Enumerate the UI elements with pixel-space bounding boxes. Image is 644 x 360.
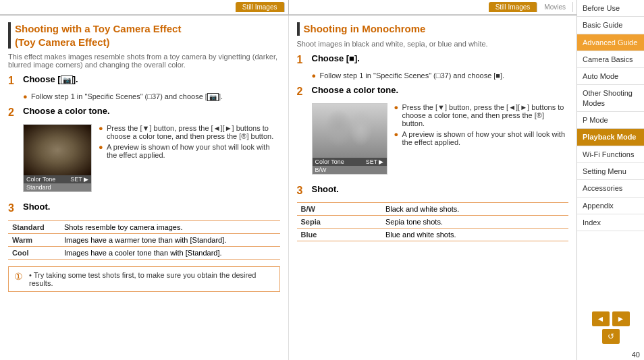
right-step-2: 2 Choose a color tone. — [297, 85, 569, 98]
nav-home-button[interactable]: ↺ — [602, 329, 620, 344]
right-tab-movies[interactable]: Movies — [537, 2, 573, 12]
step-1-content: ● Follow step 1 in "Specific Scenes" (□3… — [8, 92, 280, 100]
note-icon: ① — [14, 271, 25, 282]
right-column: Shooting in Monochrome Shoot images in b… — [289, 16, 577, 360]
step-2-content: Color Tone SET ▶ Standard ● Press the [▼… — [8, 124, 280, 196]
columns-header: Still Images Still Images Movies — [0, 0, 576, 16]
bullet-icon-2: ● — [99, 124, 105, 132]
left-column: Shooting with a Toy Camera Effect (Toy C… — [0, 16, 289, 360]
r-step-3-number: 3 — [297, 184, 312, 197]
r-step-2-bullet-2: ● A preview is shown of how your shot wi… — [394, 130, 569, 146]
mono-image: Color Tone SET ▶ B/W — [312, 103, 387, 175]
mono-image-caption1: Color Tone SET ▶ — [313, 158, 387, 166]
right-tab-bar: Still Images Movies — [289, 0, 577, 15]
sidebar-item-other-shooting[interactable]: Other Shooting Modes — [577, 85, 644, 112]
table-row: WarmImages have a warmer tone than with … — [8, 233, 280, 246]
mono-image-caption2: B/W — [313, 166, 387, 174]
sidebar-nav: ◄ ► ↺ — [577, 306, 644, 349]
r-step-2-number: 2 — [297, 85, 312, 98]
left-step-3: 3 Shoot. — [8, 202, 280, 214]
right-step-1: 1 Choose [■]. — [297, 53, 569, 66]
r-step-2-content: Color Tone SET ▶ B/W ● Press the [▼] but… — [297, 103, 569, 179]
step-2-title: Choose a color tone. — [23, 106, 280, 116]
table-row: B/WBlack and white shots. — [297, 203, 569, 216]
columns: Shooting with a Toy Camera Effect (Toy C… — [0, 16, 576, 360]
left-tab-bar: Still Images — [0, 0, 289, 15]
page-number: 40 — [577, 349, 644, 360]
nav-prev-button[interactable]: ◄ — [592, 311, 610, 326]
bullet-icon: ● — [23, 92, 30, 100]
left-section-title: Shooting with a Toy Camera Effect (Toy C… — [8, 22, 280, 49]
r-step-2-bullet-1: ● Press the [▼] button, press the [◄][►]… — [394, 103, 569, 127]
sidebar-item-basic-guide[interactable]: Basic Guide — [577, 17, 644, 34]
table-row: CoolImages have a cooler tone than with … — [8, 246, 280, 259]
sidebar-item-playback-mode[interactable]: Playback Mode — [577, 129, 644, 146]
sidebar-item-auto-mode[interactable]: Auto Mode — [577, 68, 644, 85]
mono-photo — [313, 104, 387, 158]
step-3-title: Shoot. — [23, 202, 280, 212]
mono-photo-inner — [313, 104, 387, 158]
toy-camera-image: Color Tone SET ▶ Standard — [23, 124, 92, 192]
note-box: ① • Try taking some test shots first, to… — [8, 266, 280, 292]
step-1-bullet-1: ● Follow step 1 in "Specific Scenes" (□3… — [23, 92, 280, 100]
main-content: Still Images Still Images Movies Shootin… — [0, 0, 576, 360]
table-row: BlueBlue and white shots. — [297, 229, 569, 241]
left-table: StandardShots resemble toy camera images… — [8, 220, 280, 260]
table-row: StandardShots resemble toy camera images… — [8, 220, 280, 233]
sidebar-item-appendix[interactable]: Appendix — [577, 198, 644, 214]
r-step-2-title: Choose a color tone. — [312, 85, 569, 95]
sidebar: Before UseBasic GuideAdvanced GuideCamer… — [576, 0, 644, 360]
sidebar-item-wifi-functions[interactable]: Wi-Fi Functions — [577, 146, 644, 163]
left-step-2: 2 Choose a color tone. — [8, 106, 280, 119]
toy-camera-photo — [24, 125, 91, 175]
step-2-number: 2 — [8, 106, 23, 119]
right-tab-still-images[interactable]: Still Images — [489, 2, 538, 12]
right-table: B/WBlack and white shots.SepiaSepia tone… — [297, 202, 569, 241]
left-step-1: 1 Choose [📷]. — [8, 74, 280, 87]
r-step-1-title: Choose [■]. — [312, 53, 569, 63]
nav-next-button[interactable]: ► — [612, 311, 630, 326]
sidebar-item-accessories[interactable]: Accessories — [577, 180, 644, 197]
step-2-bullet-2: ● A preview is shown of how your shot wi… — [99, 143, 280, 159]
right-section-title: Shooting in Monochrome — [297, 22, 569, 36]
r-step-1-bullet-1: ● Follow step 1 in "Specific Scenes" (□3… — [312, 71, 569, 80]
right-step-3: 3 Shoot. — [297, 184, 569, 197]
bullet-icon-3: ● — [99, 143, 105, 151]
step-1-title: Choose [📷]. — [23, 74, 280, 84]
note-text: • Try taking some test shots first, to m… — [29, 271, 274, 287]
table-row: SepiaSepia tone shots. — [297, 216, 569, 229]
toy-image-caption: Color Tone SET ▶ — [24, 175, 91, 183]
r-step-1-number: 1 — [297, 53, 312, 66]
step-1-number: 1 — [8, 74, 23, 87]
r-bullet-icon-2: ● — [394, 103, 401, 111]
right-description: Shoot images in black and white, sepia, … — [297, 40, 569, 48]
r-step-3-title: Shoot. — [312, 184, 569, 194]
step-2-bullet-1: ● Press the [▼] button, press the [◄][►]… — [99, 124, 280, 140]
sidebar-item-setting-menu[interactable]: Setting Menu — [577, 163, 644, 180]
sidebar-item-camera-basics[interactable]: Camera Basics — [577, 51, 644, 68]
sidebar-item-advanced-guide[interactable]: Advanced Guide — [577, 34, 644, 51]
step-3-number: 3 — [8, 202, 23, 214]
sidebar-items-container: Before UseBasic GuideAdvanced GuideCamer… — [577, 0, 644, 231]
left-tab-still-images[interactable]: Still Images — [236, 2, 285, 12]
sidebar-item-index[interactable]: Index — [577, 214, 644, 231]
sidebar-item-p-mode[interactable]: P Mode — [577, 112, 644, 129]
r-bullet-icon-3: ● — [394, 130, 401, 138]
toy-image-caption2: Standard — [24, 183, 91, 191]
r-bullet-icon-1: ● — [312, 71, 319, 80]
sidebar-item-before-use[interactable]: Before Use — [577, 0, 644, 17]
r-step-1-content: ● Follow step 1 in "Specific Scenes" (□3… — [297, 71, 569, 80]
left-description: This effect makes images resemble shots … — [8, 53, 280, 69]
